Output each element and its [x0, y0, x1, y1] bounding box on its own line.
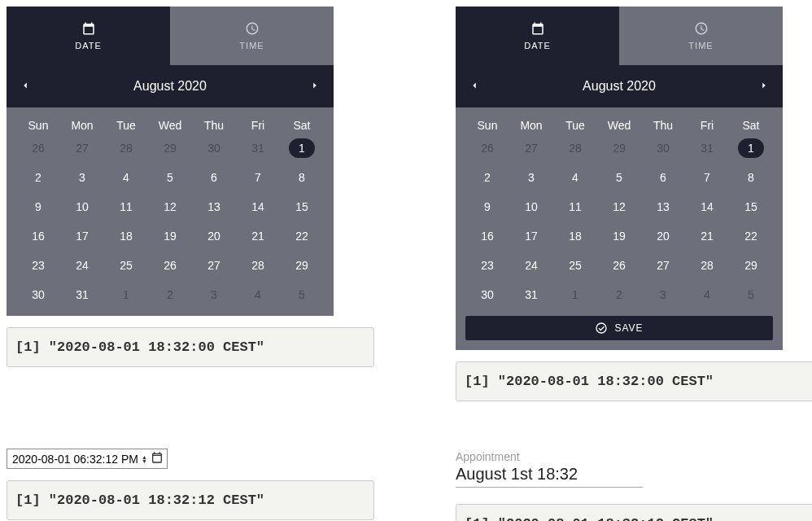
calendar-day[interactable]: 29	[280, 256, 324, 275]
calendar-day[interactable]: 16	[465, 226, 509, 246]
calendar-icon[interactable]	[151, 451, 164, 466]
calendar-day[interactable]: 17	[60, 226, 104, 246]
calendar-day[interactable]: 2	[16, 168, 60, 187]
calendar-day[interactable]: 3	[192, 285, 236, 304]
calendar-day[interactable]: 31	[236, 138, 280, 158]
calendar-day[interactable]: 30	[465, 285, 509, 304]
native-datetime-input[interactable]: 2020-08-01 06:32:12 PM ▲▼	[7, 449, 168, 469]
calendar-day[interactable]: 30	[641, 138, 685, 158]
appointment-input[interactable]: August 1st 18:32	[456, 465, 643, 488]
calendar-day[interactable]: 10	[509, 197, 553, 217]
calendar-day[interactable]: 14	[685, 197, 729, 217]
calendar-day[interactable]: 5	[729, 285, 773, 304]
calendar-day[interactable]: 27	[60, 138, 104, 158]
calendar-day[interactable]: 21	[685, 226, 729, 246]
calendar-day[interactable]: 5	[148, 168, 192, 187]
calendar-day[interactable]: 26	[597, 256, 641, 275]
calendar-day[interactable]: 7	[685, 168, 729, 187]
calendar-day[interactable]: 9	[465, 197, 509, 217]
calendar-day[interactable]: 6	[192, 168, 236, 187]
prev-month-button[interactable]	[20, 80, 31, 94]
calendar-day[interactable]: 27	[641, 256, 685, 275]
calendar-day[interactable]: 28	[236, 256, 280, 275]
calendar-day[interactable]: 2	[597, 285, 641, 304]
calendar-day[interactable]: 29	[597, 138, 641, 158]
calendar-day[interactable]: 3	[509, 168, 553, 187]
calendar-day[interactable]: 1	[553, 285, 597, 304]
calendar-day[interactable]: 29	[729, 256, 773, 275]
calendar-day[interactable]: 17	[509, 226, 553, 246]
calendar-day[interactable]: 28	[553, 138, 597, 158]
calendar-day[interactable]: 23	[16, 256, 60, 275]
calendar-day[interactable]: 31	[60, 285, 104, 304]
calendar-day[interactable]: 1	[104, 285, 148, 304]
calendar-day[interactable]: 4	[236, 285, 280, 304]
calendar-day[interactable]: 11	[104, 197, 148, 217]
calendar-day[interactable]: 26	[148, 256, 192, 275]
calendar-day[interactable]: 25	[553, 256, 597, 275]
calendar-day[interactable]: 13	[641, 197, 685, 217]
next-month-button[interactable]	[309, 80, 321, 94]
weekday-label: Wed	[148, 119, 192, 132]
calendar-day[interactable]: 18	[104, 226, 148, 246]
calendar-day[interactable]: 15	[280, 197, 324, 217]
calendar-day[interactable]: 8	[280, 168, 324, 187]
calendar-day[interactable]: 26	[465, 138, 509, 158]
calendar-day[interactable]: 26	[16, 138, 60, 158]
calendar-day[interactable]: 15	[729, 197, 773, 217]
calendar-day[interactable]: 24	[509, 256, 553, 275]
calendar-day[interactable]: 5	[597, 168, 641, 187]
next-month-button[interactable]	[758, 80, 770, 94]
calendar-day[interactable]: 12	[148, 197, 192, 217]
calendar-day[interactable]: 31	[685, 138, 729, 158]
calendar-day[interactable]: 25	[104, 256, 148, 275]
calendar-day[interactable]: 27	[192, 256, 236, 275]
calendar-day[interactable]: 4	[104, 168, 148, 187]
appointment-label: Appointment	[456, 450, 812, 463]
calendar-day[interactable]: 3	[60, 168, 104, 187]
calendar-day[interactable]: 4	[685, 285, 729, 304]
calendar-day[interactable]: 19	[148, 226, 192, 246]
calendar-day[interactable]: 5	[280, 285, 324, 304]
calendar-day[interactable]: 27	[509, 138, 553, 158]
calendar-day[interactable]: 13	[192, 197, 236, 217]
calendar-day[interactable]: 29	[148, 138, 192, 158]
calendar-day[interactable]: 30	[192, 138, 236, 158]
tab-date[interactable]: DATE	[456, 7, 619, 65]
calendar-day[interactable]: 21	[236, 226, 280, 246]
calendar-day[interactable]: 24	[60, 256, 104, 275]
calendar-day[interactable]: 2	[148, 285, 192, 304]
calendar-day[interactable]: 7	[236, 168, 280, 187]
save-button[interactable]: SAVE	[465, 316, 773, 340]
calendar-day[interactable]: 9	[16, 197, 60, 217]
calendar-day[interactable]: 20	[192, 226, 236, 246]
calendar-day[interactable]: 4	[553, 168, 597, 187]
calendar-day[interactable]: 22	[280, 226, 324, 246]
calendar-day[interactable]: 19	[597, 226, 641, 246]
tab-date[interactable]: DATE	[7, 7, 170, 65]
spinner-icon[interactable]: ▲▼	[142, 455, 147, 463]
calendar-day[interactable]: 8	[729, 168, 773, 187]
calendar-day[interactable]: 31	[509, 285, 553, 304]
calendar-day[interactable]: 22	[729, 226, 773, 246]
calendar-day[interactable]: 10	[60, 197, 104, 217]
calendar-day[interactable]: 28	[104, 138, 148, 158]
calendar-day[interactable]: 14	[236, 197, 280, 217]
tab-time[interactable]: TIME	[170, 7, 334, 65]
tab-time[interactable]: TIME	[619, 7, 783, 65]
calendar-day[interactable]: 28	[685, 256, 729, 275]
calendar-day[interactable]: 12	[597, 197, 641, 217]
output-3: [1] "2020-08-01 18:32:12 CEST"	[7, 480, 374, 520]
calendar-day[interactable]: 16	[16, 226, 60, 246]
prev-month-button[interactable]	[469, 80, 480, 94]
calendar-day[interactable]: 1	[280, 138, 324, 158]
calendar-day[interactable]: 18	[553, 226, 597, 246]
calendar-day[interactable]: 11	[553, 197, 597, 217]
calendar-day[interactable]: 30	[16, 285, 60, 304]
calendar-day[interactable]: 23	[465, 256, 509, 275]
calendar-day[interactable]: 1	[729, 138, 773, 158]
calendar-day[interactable]: 6	[641, 168, 685, 187]
calendar-day[interactable]: 3	[641, 285, 685, 304]
calendar-day[interactable]: 20	[641, 226, 685, 246]
calendar-day[interactable]: 2	[465, 168, 509, 187]
